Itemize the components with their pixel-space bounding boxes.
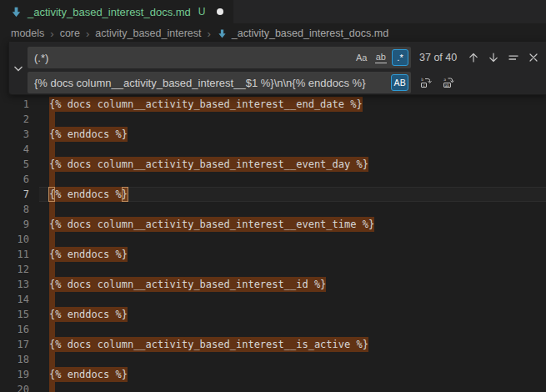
match-case-button[interactable]: Aa [353,49,370,66]
code-text [49,292,55,307]
replace-all-icon: ab a [442,76,455,89]
editor-lines: 1{% docs column__activity_based_interest… [0,97,546,392]
find-match-highlight: {% docs column__activity_based_interest_… [49,217,374,232]
replace-row: {% docs column__activity_based_interest_… [28,72,542,93]
code-text [49,232,55,247]
svg-text:ab: ab [444,83,449,88]
code-line[interactable]: 13{% docs column__activity_based_interes… [0,277,546,292]
code-line[interactable]: 15{% enddocs %} [0,307,546,322]
selection-icon [507,51,520,64]
code-line[interactable]: 7{% enddocs %} [0,187,546,202]
line-number: 4 [0,142,29,157]
code-text [49,172,55,187]
breadcrumb-separator: › [86,28,89,40]
empty-line-match-highlight [49,142,55,157]
code-text: {% docs column__activity_based_interest_… [49,217,374,232]
code-text [49,262,55,277]
empty-line-match-highlight [49,232,55,247]
breadcrumb-item-activity-based-interest[interactable]: activity_based_interest [95,28,201,39]
code-line[interactable]: 1{% docs column__activity_based_interest… [0,97,546,112]
line-number: 18 [0,352,29,367]
previous-match-button[interactable] [464,49,482,67]
unsaved-changes-dot[interactable] [217,8,223,15]
find-query-text: (.*) [34,52,353,64]
line-number: 17 [0,337,29,352]
replace-button[interactable]: c b [417,74,434,92]
bracket-match-highlight [48,187,55,202]
replace-input[interactable]: {% docs column__activity_based_interest_… [28,72,411,93]
code-line[interactable]: 10 [0,232,546,247]
code-text: {% enddocs %} [49,187,128,202]
line-number: 10 [0,232,29,247]
code-line[interactable]: 16 [0,322,546,337]
empty-line-match-highlight [49,172,55,187]
line-number: 20 [0,382,29,392]
code-line[interactable]: 8 [0,202,546,217]
find-match-highlight: {% enddocs %} [49,307,128,322]
code-line[interactable]: 20 [0,382,546,392]
line-number: 13 [0,277,29,292]
next-match-button[interactable] [484,49,502,67]
code-text: {% docs column__activity_based_interest_… [49,157,368,172]
close-icon [527,51,540,64]
code-text [49,382,55,392]
code-line[interactable]: 2 [0,112,546,127]
preserve-case-button[interactable]: AB [391,74,408,91]
code-line[interactable]: 9{% docs column__activity_based_interest… [0,217,546,232]
find-input[interactable]: (.*) Aa ab .* [28,47,411,68]
code-text: {% docs column__activity_based_interest_… [49,337,368,352]
line-number: 5 [0,157,29,172]
empty-line-match-highlight [49,352,55,367]
find-match-highlight: {% docs column__activity_based_interest_… [49,277,326,292]
code-line[interactable]: 4 [0,142,546,157]
match-count: 37 of 40 [419,52,463,63]
markdown-file-icon [10,6,23,18]
find-match-highlight: {% enddocs %} [49,247,128,262]
line-number: 19 [0,367,29,382]
tab-active-file[interactable]: _activity_based_interest_docs.md U [0,0,233,23]
code-line[interactable]: 12 [0,262,546,277]
breadcrumb-item-models[interactable]: models [11,28,44,39]
find-match-highlight: {% docs column__activity_based_interest_… [49,157,368,172]
find-match-highlight: {% enddocs %} [49,127,128,142]
code-text: {% enddocs %} [49,127,128,142]
empty-line-match-highlight [49,262,55,277]
code-line[interactable]: 14 [0,292,546,307]
breadcrumb-item-file[interactable]: _activity_based_interest_docs.md [217,28,388,39]
line-number: 14 [0,292,29,307]
find-in-selection-button[interactable] [504,49,522,67]
bracket-match-highlight [122,187,128,202]
code-line[interactable]: 3{% enddocs %} [0,127,546,142]
svg-text:a: a [443,78,446,82]
vscode-window: { "tab": { "title": "_activity_based_int… [0,0,546,392]
arrow-down-icon [487,51,500,64]
whole-word-button[interactable]: ab [373,49,389,66]
breadcrumb-file-label: _activity_based_interest_docs.md [232,28,388,39]
breadcrumb-separator: › [50,28,53,40]
replace-all-button[interactable]: ab a [439,74,457,92]
code-text [49,112,55,127]
chevron-down-icon [12,62,25,75]
code-line[interactable]: 19{% enddocs %} [0,367,546,382]
code-line[interactable]: 5{% docs column__activity_based_interest… [0,157,546,172]
code-line[interactable]: 6 [0,172,546,187]
line-number: 8 [0,202,29,217]
code-line[interactable]: 18 [0,352,546,367]
breadcrumb-item-core[interactable]: core [60,28,80,39]
line-number: 6 [0,172,29,187]
tab-bar: _activity_based_interest_docs.md U [0,0,546,23]
code-line[interactable]: 17{% docs column__activity_based_interes… [0,337,546,352]
line-number: 9 [0,217,29,232]
line-number: 12 [0,262,29,277]
toggle-replace-button[interactable] [9,42,28,94]
git-status-badge: U [198,6,206,18]
replace-query-text: {% docs column__activity_based_interest_… [34,77,391,89]
regex-button[interactable]: .* [392,49,408,66]
empty-line-match-highlight [49,202,55,217]
code-text [49,142,55,157]
empty-line-match-highlight [49,292,55,307]
code-line[interactable]: 11{% enddocs %} [0,247,546,262]
breadcrumb-separator: › [207,28,210,40]
find-row: (.*) Aa ab .* 37 of 40 [28,47,542,68]
close-button[interactable] [524,49,542,67]
